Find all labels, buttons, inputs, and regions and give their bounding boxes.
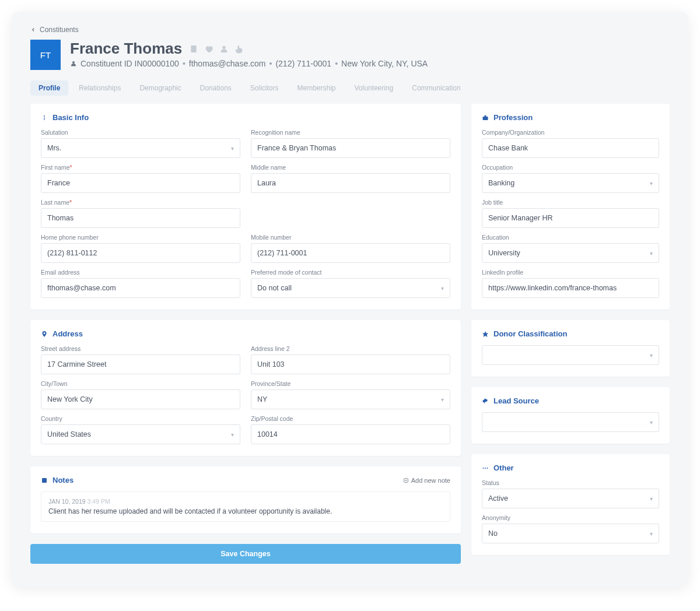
country-select[interactable]: United States▾ [41, 424, 240, 444]
last-name-input-el[interactable] [47, 214, 234, 222]
email-input[interactable] [41, 278, 240, 298]
last-name-input[interactable] [41, 208, 240, 228]
line2-input-el[interactable] [257, 360, 444, 368]
add-note-button[interactable]: Add new note [403, 477, 450, 484]
avatar: FT [30, 40, 61, 70]
linkedin-input-el[interactable] [488, 284, 653, 292]
tab-membership[interactable]: Membership [289, 80, 344, 96]
zip-input-el[interactable] [257, 430, 444, 438]
basic-info-title-text: Basic Info [52, 113, 89, 122]
anonymity-select[interactable]: No▾ [482, 524, 659, 543]
linkedin-input[interactable] [482, 278, 659, 298]
breadcrumb[interactable]: Constituents [30, 26, 670, 34]
tab-profile[interactable]: Profile [30, 80, 68, 96]
field-state: Province/State NY▾ [251, 380, 450, 409]
recognition-input[interactable] [251, 138, 450, 158]
page-header: FT France Thomas Constituent ID IN000001… [30, 40, 670, 70]
label-zip: Zip/Postal code [251, 415, 450, 422]
hand-icon [235, 44, 244, 54]
other-card: Other Status Active▾ Anonymity No▾ [471, 454, 670, 555]
middle-name-input-el[interactable] [257, 179, 444, 187]
status-select[interactable]: Active▾ [482, 489, 659, 508]
company-input[interactable] [482, 138, 659, 158]
basic-info-title: Basic Info [41, 113, 450, 122]
lead-source-card: Lead Source ▾ [471, 387, 670, 444]
line2-input[interactable] [251, 354, 450, 374]
notes-card: Notes Add new note JAN 10, 2019 3:49 PM … [30, 466, 461, 533]
education-select[interactable]: University▾ [482, 243, 659, 263]
tab-donations[interactable]: Donations [192, 80, 240, 96]
label-mobile: Mobile number [251, 234, 450, 241]
tab-demographic[interactable]: Demographic [131, 80, 189, 96]
note-time: 3:49 PM [88, 498, 110, 505]
jobtitle-input[interactable] [482, 208, 659, 228]
field-jobtitle: Job title [482, 199, 659, 228]
tab-solicitors[interactable]: Solicitors [242, 80, 287, 96]
zip-input[interactable] [251, 424, 450, 444]
field-zip: Zip/Postal code [251, 415, 450, 444]
field-recognition: Recognition name [251, 129, 450, 158]
label-city: City/Town [41, 380, 240, 387]
separator-dot: • [270, 59, 272, 68]
recognition-input-el[interactable] [257, 144, 444, 152]
donor-select[interactable]: ▾ [482, 345, 659, 365]
address-card: Address Street address Address line 2 Ci… [30, 320, 461, 456]
chevron-down-icon: ▾ [441, 285, 444, 292]
lead-source-title-text: Lead Source [494, 396, 539, 405]
chevron-down-icon: ▾ [650, 352, 653, 359]
lead-source-select[interactable]: ▾ [482, 412, 659, 432]
label-email: Email address [41, 269, 240, 276]
svg-rect-5 [42, 478, 47, 483]
notes-title-text: Notes [52, 476, 74, 484]
page-title: France Thomas [70, 40, 182, 58]
save-button[interactable]: Save Changes [30, 544, 461, 564]
mobile-input[interactable] [251, 243, 450, 263]
jobtitle-input-el[interactable] [488, 214, 653, 222]
chevron-down-icon: ▾ [650, 531, 653, 537]
chevron-down-icon: ▾ [231, 431, 234, 438]
svg-point-13 [487, 468, 488, 469]
chevron-down-icon: ▾ [650, 180, 653, 187]
label-salutation: Salutation [41, 129, 240, 136]
street-input-el[interactable] [47, 360, 234, 368]
contact-mode-value: Do not call [257, 284, 292, 292]
home-phone-input-el[interactable] [47, 249, 234, 257]
tab-volunteering[interactable]: Volunteering [346, 80, 402, 96]
basic-info-grid: Salutation Mrs.▾ Recognition name First … [41, 129, 450, 298]
field-anonymity: Anonymity No▾ [482, 514, 659, 543]
field-salutation: Salutation Mrs.▾ [41, 129, 240, 158]
home-phone-input[interactable] [41, 243, 240, 263]
mobile-input-el[interactable] [257, 249, 444, 257]
label-middle-name: Middle name [251, 164, 450, 171]
middle-name-input[interactable] [251, 173, 450, 193]
tab-relationships[interactable]: Relationships [71, 80, 129, 96]
label-first-name: First name* [41, 164, 240, 171]
svg-rect-0 [191, 45, 197, 52]
chevron-down-icon: ▾ [441, 396, 444, 403]
bullhorn-icon [482, 398, 489, 405]
briefcase-icon [482, 114, 489, 121]
label-street: Street address [41, 345, 240, 352]
tab-communication[interactable]: Communication [404, 80, 468, 96]
first-name-input-el[interactable] [47, 179, 234, 187]
company-input-el[interactable] [488, 144, 653, 152]
add-note-label: Add new note [411, 477, 450, 484]
street-input[interactable] [41, 354, 240, 374]
salutation-value: Mrs. [47, 144, 61, 152]
email-input-el[interactable] [47, 284, 234, 292]
label-status: Status [482, 479, 659, 486]
first-name-input[interactable] [41, 173, 240, 193]
note-icon [41, 477, 48, 484]
svg-rect-9 [483, 117, 488, 120]
constituent-id: Constituent ID IN00000100 [80, 59, 179, 68]
country-value: United States [47, 430, 91, 438]
city-input-el[interactable] [47, 395, 234, 403]
state-value: NY [257, 395, 267, 403]
donor-icon [204, 44, 214, 54]
city-input[interactable] [41, 389, 240, 409]
occupation-select[interactable]: Banking▾ [482, 173, 659, 193]
contact-mode-select[interactable]: Do not call▾ [251, 278, 450, 298]
salutation-select[interactable]: Mrs.▾ [41, 138, 240, 158]
other-title: Other [482, 463, 659, 472]
state-select[interactable]: NY▾ [251, 389, 450, 409]
